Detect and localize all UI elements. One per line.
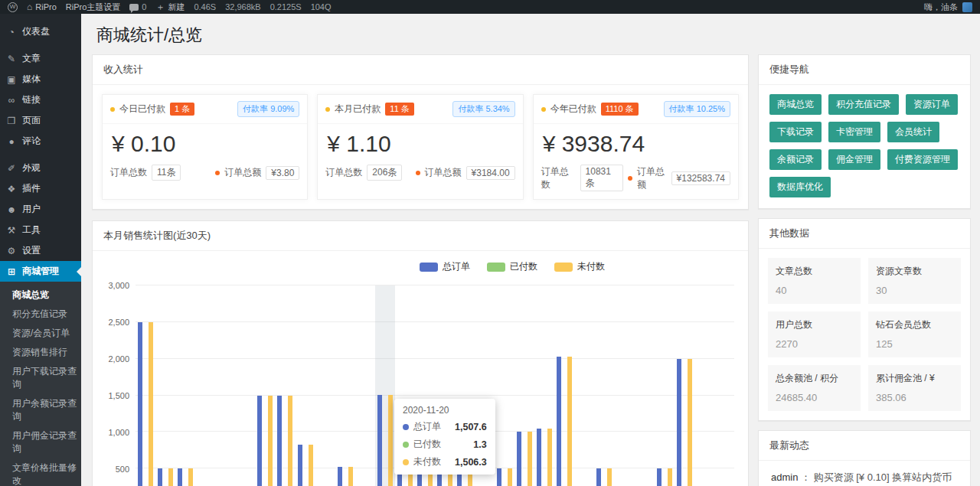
- new-content-button[interactable]: ＋ 新建: [155, 2, 185, 13]
- posts-icon: ✎: [6, 54, 17, 64]
- y-tick-label: 3,000: [108, 281, 129, 290]
- users-icon: ☻: [6, 205, 17, 214]
- sidebar-item-pages[interactable]: ❐页面: [0, 110, 81, 131]
- stat-value: 2270: [776, 338, 853, 350]
- income-cards: 今日已付款 1 条 付款率 9.09% ¥ 0.10 订单总数 11条 订单总额…: [93, 85, 748, 209]
- quick-nav-button[interactable]: 资源订单: [906, 94, 958, 115]
- rate-badge: 付款率 9.09%: [237, 101, 299, 117]
- y-tick-label: 1,500: [108, 391, 129, 400]
- comments-shortcut[interactable]: 0: [129, 2, 146, 11]
- sidebar-item-cart[interactable]: ⊞商城管理: [0, 261, 81, 282]
- submenu-item[interactable]: 用户余额记录查询: [0, 394, 81, 426]
- total-amount: ¥132583.74: [671, 171, 730, 185]
- sidebar-item-appearance[interactable]: ✐外观: [0, 158, 81, 178]
- submenu-item[interactable]: 文章价格批量修改: [0, 458, 81, 486]
- tooltip-row: 未付数1,506.3: [403, 455, 487, 468]
- quick-nav-button[interactable]: 下载记录: [769, 122, 822, 142]
- comments-icon: ●: [6, 137, 17, 146]
- submenu-item[interactable]: 积分充值记录: [0, 305, 81, 324]
- bar-未付数: [188, 468, 193, 486]
- bar-总订单: [138, 322, 142, 486]
- activity-user: admin: [771, 471, 798, 483]
- avatar[interactable]: [962, 2, 972, 12]
- total-amount: ¥3184.00: [466, 166, 515, 180]
- plugins-icon: ❖: [6, 184, 17, 194]
- other-data-stat: 用户总数2270: [768, 311, 861, 357]
- submenu-item[interactable]: 用户佣金记录查询: [0, 426, 81, 458]
- orders-label: 订单总数: [541, 165, 576, 191]
- sidebar-item-comments[interactable]: ●评论: [0, 131, 81, 152]
- count-badge: 1 条: [170, 103, 194, 116]
- quick-nav-button[interactable]: 付费资源管理: [887, 149, 958, 170]
- quick-nav-button[interactable]: 余额记录: [769, 149, 822, 170]
- bar-未付数: [668, 468, 672, 486]
- quick-nav-button[interactable]: 数据库优化: [769, 177, 831, 197]
- admin-bar: W ⌂ RiPro RiPro主题设置 0 ＋ 新建 0.46S 32,968k…: [0, 0, 980, 14]
- wordpress-icon: W: [8, 2, 18, 12]
- sidebar-item-settings[interactable]: ⚙设置: [0, 240, 81, 261]
- sidebar-item-dashboard[interactable]: ◔仪表盘: [0, 21, 81, 42]
- sidebar-item-label: 用户: [22, 203, 41, 216]
- quick-nav-title: 便捷导航: [759, 55, 970, 85]
- quick-nav-button[interactable]: 商城总览: [769, 94, 822, 115]
- sidebar-item-tools[interactable]: ⚒工具: [0, 220, 81, 240]
- legend-marker-icon: [554, 263, 573, 272]
- chart-y-axis: 05001,0001,5002,0002,5003,000: [102, 285, 136, 486]
- quick-nav-button[interactable]: 会员统计: [887, 122, 939, 142]
- series-dot-icon: [403, 424, 409, 430]
- bar-group: [594, 285, 614, 486]
- bar-总订单: [537, 429, 541, 486]
- quick-nav-button[interactable]: 积分充值记录: [828, 94, 899, 115]
- media-icon: ▣: [6, 75, 17, 84]
- bar-总订单: [677, 359, 681, 486]
- bar-总订单: [277, 396, 282, 486]
- admin-bar-theme-settings[interactable]: RiPro主题设置: [66, 2, 121, 13]
- chart-legend: 总订单已付数未付数: [185, 251, 840, 275]
- sidebar-item-label: 外观: [22, 161, 41, 175]
- tools-icon: ⚒: [6, 226, 17, 235]
- series-dot-icon: [403, 442, 409, 448]
- sidebar-item-label: 评论: [22, 135, 41, 148]
- bar-group: [375, 285, 395, 486]
- quick-nav-button[interactable]: 卡密管理: [828, 122, 880, 142]
- orange-dot-icon: [215, 171, 220, 175]
- bar-group: [136, 285, 155, 486]
- sidebar-item-users[interactable]: ☻用户: [0, 199, 81, 220]
- orange-dot-icon: [628, 176, 632, 181]
- y-tick-label: 2,000: [108, 354, 129, 364]
- sidebar-item-plugins[interactable]: ❖插件: [0, 178, 81, 199]
- user-greeting[interactable]: 嗨，油条: [924, 2, 958, 13]
- legend-item-未付数[interactable]: 未付数: [554, 260, 605, 273]
- bar-未付数: [149, 322, 153, 486]
- bar-总订单: [596, 468, 601, 486]
- site-link[interactable]: ⌂ RiPro: [27, 2, 57, 11]
- submenu-item[interactable]: 资源/会员订单: [0, 324, 81, 343]
- legend-item-已付数[interactable]: 已付数: [487, 260, 537, 273]
- bar-未付数: [508, 468, 512, 486]
- sidebar-item-posts[interactable]: ✎文章: [0, 48, 81, 69]
- y-tick-label: 2,500: [108, 318, 129, 327]
- stat-card-month: 本月已付款 11 条 付款率 5.34% ¥ 1.10 订单总数 206条 订单…: [317, 94, 523, 200]
- bar-未付数: [348, 467, 353, 486]
- legend-item-总订单[interactable]: 总订单: [420, 260, 470, 273]
- stat-value: 24685.40: [776, 392, 853, 403]
- submenu-item[interactable]: 资源销售排行: [0, 343, 81, 362]
- orders-count: 10831条: [580, 165, 623, 191]
- sidebar-item-media[interactable]: ▣媒体: [0, 69, 81, 90]
- submenu-item[interactable]: 商城总览: [0, 285, 81, 305]
- admin-sidebar: ◔仪表盘✎文章▣媒体∞链接❐页面●评论✐外观❖插件☻用户⚒工具⚙设置⊞商城管理 …: [0, 14, 81, 486]
- bar-未付数: [607, 468, 612, 486]
- bar-group: [655, 285, 675, 486]
- submenu-item[interactable]: 用户下载记录查询: [0, 362, 81, 394]
- y-tick-label: 500: [116, 465, 129, 474]
- bar-group: [355, 285, 375, 486]
- wordpress-logo-menu[interactable]: W: [8, 2, 18, 12]
- quick-nav-buttons: 商城总览积分充值记录资源订单下载记录卡密管理会员统计余额记录佣金管理付费资源管理…: [759, 85, 970, 208]
- bar-未付数: [388, 395, 393, 486]
- bar-group: [215, 285, 235, 486]
- stat-card-label: 本月已付款: [335, 103, 381, 116]
- bar-group: [175, 285, 195, 486]
- new-label: 新建: [168, 2, 185, 13]
- quick-nav-button[interactable]: 佣金管理: [828, 149, 880, 170]
- sidebar-item-links[interactable]: ∞链接: [0, 90, 81, 110]
